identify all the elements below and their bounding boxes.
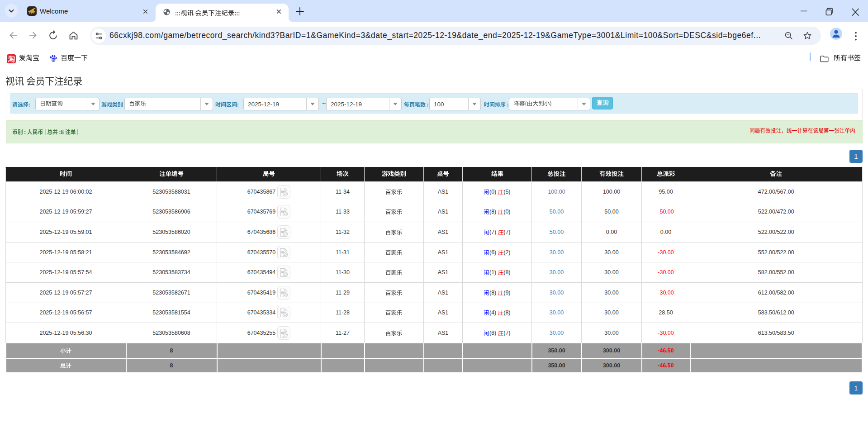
svg-text:du: du bbox=[52, 58, 55, 61]
